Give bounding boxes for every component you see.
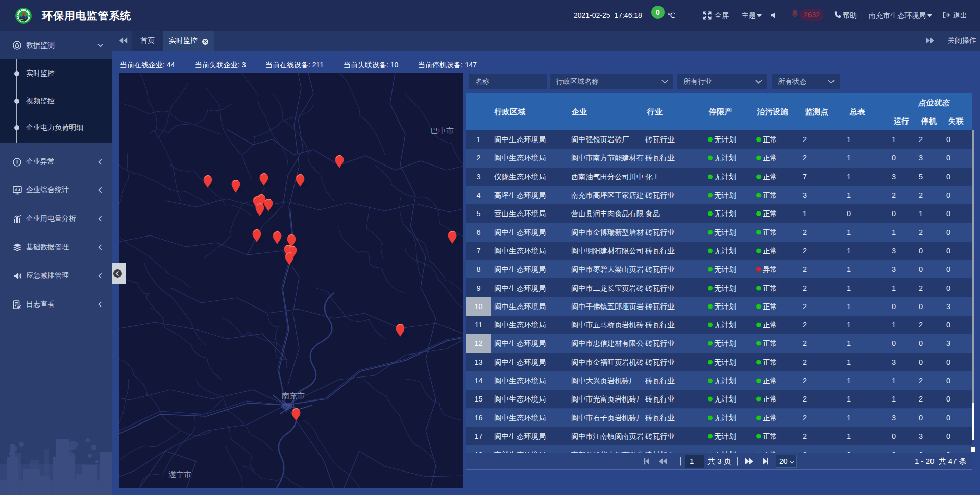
svg-text:南充市: 南充市 <box>282 391 305 400</box>
svg-text:巴中市: 巴中市 <box>431 126 454 135</box>
svg-text:遂宁市: 遂宁市 <box>168 470 191 479</box>
